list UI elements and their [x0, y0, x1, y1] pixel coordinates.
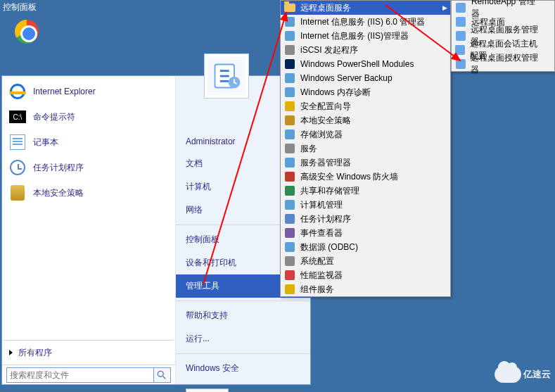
admin-tools-item-storexp[interactable]: 存储浏览器 — [281, 127, 450, 141]
search-icon — [157, 370, 167, 380]
menu-item-label: iSCSI 发起程序 — [300, 44, 358, 56]
pinned-item-label: 命令提示符 — [33, 111, 75, 123]
menu-item-label: 远程桌面授权管理器 — [471, 52, 543, 76]
admin-tools-item-share[interactable]: 共享和存储管理 — [281, 184, 450, 198]
start-search — [2, 365, 175, 384]
rds-item-remoteapp[interactable]: RemoteApp 管理器 — [452, 1, 554, 15]
chrome-icon — [15, 20, 39, 44]
tsched-icon — [283, 213, 296, 225]
all-programs-label: 所有程序 — [18, 347, 52, 359]
pinned-item-label: Internet Explorer — [33, 87, 96, 96]
odbc-icon — [283, 241, 296, 253]
cloud-icon — [495, 367, 521, 382]
share-icon — [283, 185, 296, 196]
admin-tools-item-memdiag[interactable]: Windows 内存诊断 — [281, 85, 450, 99]
admin-tools-item-wfas[interactable]: 高级安全 Windows 防火墙 — [281, 170, 450, 184]
admin-tools-item-rds[interactable]: 远程桌面服务▶ — [281, 1, 450, 15]
scw-icon — [283, 101, 296, 112]
logout-area: 注销 ▸ — [176, 384, 310, 392]
evtvwr-icon — [283, 227, 296, 239]
rds-item-rdlic[interactable]: 远程桌面授权管理器 — [452, 57, 554, 71]
pinned-item-label: 记事本 — [33, 137, 58, 148]
right-item-help[interactable]: 帮助和支持 — [176, 304, 310, 327]
compmgmt-icon — [283, 199, 296, 210]
svg-point-0 — [158, 371, 164, 377]
control-panel-label: 控制面板 — [3, 1, 37, 13]
admin-tools-item-odbc[interactable]: 数据源 (ODBC) — [281, 240, 450, 254]
menu-item-label: 计算机管理 — [300, 199, 343, 211]
rdlic-icon — [454, 58, 466, 70]
menu-item-label: 本地安全策略 — [300, 115, 351, 127]
menu-item-label: 安全配置向导 — [300, 101, 351, 113]
watermark-text: 亿速云 — [523, 368, 551, 381]
right-item-run[interactable]: 运行... — [176, 327, 310, 350]
start-menu-pinned-list: Internet ExplorerC:\命令提示符记事本任务计划程序本地安全策略 — [2, 76, 175, 337]
separator — [176, 301, 310, 301]
rd-icon — [454, 16, 467, 27]
admin-tools-item-comsvc[interactable]: 组件服务 — [281, 282, 450, 296]
menu-item-label: 任务计划程序 — [300, 213, 351, 225]
admin-tools-item-iscsi[interactable]: iSCSI 发起程序 — [281, 43, 450, 57]
admin-tools-item-lsp[interactable]: 本地安全策略 — [281, 113, 450, 127]
admin-tools-item-iis6[interactable]: Internet 信息服务 (IIS) 6.0 管理器 — [281, 15, 450, 29]
right-item-label: 管理工具 — [186, 280, 219, 292]
menu-item-label: 服务器管理器 — [300, 157, 351, 169]
svg-line-1 — [163, 377, 166, 379]
menu-item-label: Windows PowerShell Modules — [300, 59, 414, 69]
psmod-icon — [283, 58, 296, 70]
menu-item-label: 服务 — [300, 143, 317, 155]
desktop-icon-chrome[interactable] — [6, 20, 48, 44]
notepad-icon — [8, 132, 27, 152]
menu-item-label: 高级安全 Windows 防火墙 — [300, 171, 398, 183]
menu-item-label: 存储浏览器 — [300, 129, 343, 141]
rdsmgr-icon — [454, 30, 466, 42]
iis6-icon — [283, 16, 296, 27]
admin-tools-item-tsched[interactable]: 任务计划程序 — [281, 212, 450, 226]
admin-tools-item-psmod[interactable]: Windows PowerShell Modules — [281, 57, 450, 71]
memdiag-icon — [283, 87, 296, 98]
wfas-icon — [283, 171, 296, 182]
rds-icon — [283, 2, 296, 13]
admin-tools-item-perfmon[interactable]: 性能监视器 — [281, 268, 450, 282]
triangle-right-icon — [9, 350, 13, 355]
perfmon-icon — [283, 270, 296, 281]
admin-tools-item-scw[interactable]: 安全配置向导 — [281, 99, 450, 113]
admin-tools-item-iis[interactable]: Internet 信息服务 (IIS)管理器 — [281, 29, 450, 43]
menu-item-label: Windows Server Backup — [300, 73, 393, 83]
menu-item-label: Windows 内存诊断 — [300, 87, 371, 99]
comsvc-icon — [283, 284, 296, 295]
admin-tools-item-sysconf[interactable]: 系统配置 — [281, 254, 450, 268]
menu-item-label: 事件查看器 — [300, 227, 343, 239]
start-menu: Internet ExplorerC:\命令提示符记事本任务计划程序本地安全策略… — [1, 75, 311, 385]
menu-item-label: Internet 信息服务 (IIS)管理器 — [300, 30, 409, 42]
pinned-item-ie[interactable]: Internet Explorer — [4, 79, 174, 104]
search-button[interactable] — [154, 367, 171, 383]
right-item-win-security[interactable]: Windows 安全 — [176, 357, 310, 380]
pinned-item-notepad[interactable]: 记事本 — [4, 129, 174, 155]
storexp-icon — [283, 129, 296, 140]
menu-item-label: 性能监视器 — [300, 270, 343, 282]
watermark: 亿速云 — [495, 367, 551, 382]
remoteapp-icon — [454, 2, 467, 13]
rds-submenu: RemoteApp 管理器远程桌面远程桌面服务管理器远程桌面会话主机配置远程桌面… — [451, 0, 555, 72]
wsb-icon — [283, 72, 296, 84]
admin-tools-item-srvmgr[interactable]: 服务器管理器 — [281, 156, 450, 170]
admin-tools-item-evtvwr[interactable]: 事件查看器 — [281, 226, 450, 240]
lsp-icon — [283, 115, 296, 126]
taskschd-icon — [8, 158, 27, 177]
logout-button[interactable]: 注销 ▸ — [186, 388, 229, 392]
admin-tools-item-wsb[interactable]: Windows Server Backup — [281, 71, 450, 85]
search-input[interactable] — [6, 367, 154, 383]
admin-tools-item-compmgmt[interactable]: 计算机管理 — [281, 198, 450, 212]
pinned-item-cmd[interactable]: C:\命令提示符 — [4, 104, 174, 129]
menu-item-label: Internet 信息服务 (IIS) 6.0 管理器 — [300, 16, 425, 28]
start-menu-left: Internet ExplorerC:\命令提示符记事本任务计划程序本地安全策略… — [2, 76, 175, 384]
services-icon — [283, 143, 296, 154]
menu-item-label: 数据源 (ODBC) — [300, 241, 358, 253]
iscsi-icon — [283, 44, 296, 56]
pinned-item-taskschd[interactable]: 任务计划程序 — [4, 155, 174, 180]
all-programs[interactable]: 所有程序 — [2, 341, 175, 365]
user-avatar-frame[interactable] — [204, 53, 249, 99]
admin-tools-item-services[interactable]: 服务 — [281, 141, 450, 156]
pinned-item-secpol[interactable]: 本地安全策略 — [4, 180, 174, 206]
